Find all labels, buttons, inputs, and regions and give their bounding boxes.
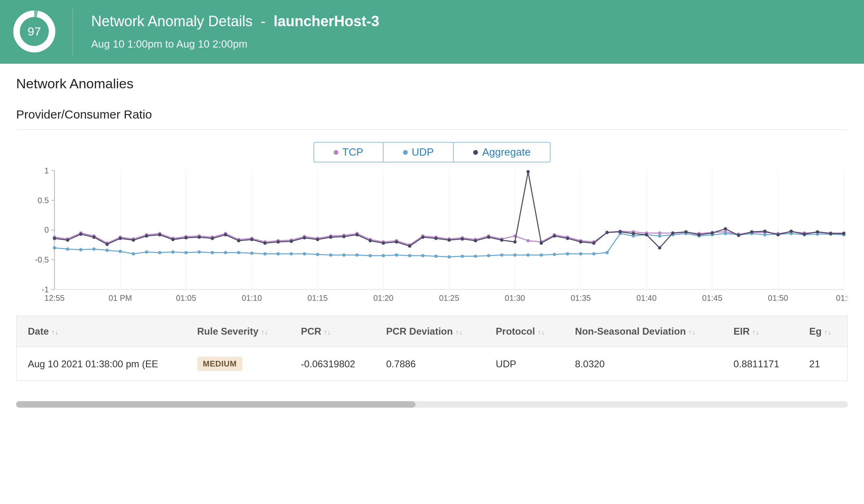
svg-point-206 <box>632 232 635 235</box>
svg-point-191 <box>434 237 438 240</box>
cell-severity: MEDIUM <box>186 347 290 381</box>
svg-text:01:45: 01:45 <box>702 294 722 302</box>
cell-nonseasonal: 8.0320 <box>564 347 722 381</box>
svg-point-114 <box>224 251 227 254</box>
svg-point-155 <box>763 233 766 236</box>
cell-pcr: -0.06319802 <box>290 347 375 381</box>
svg-point-138 <box>540 253 543 256</box>
sort-icon: ↑↓ <box>824 328 831 336</box>
svg-point-220 <box>816 230 819 233</box>
svg-point-101 <box>53 246 56 250</box>
score-value: 97 <box>12 9 56 54</box>
svg-point-217 <box>776 233 780 236</box>
svg-point-142 <box>592 252 595 256</box>
svg-point-132 <box>461 254 464 258</box>
svg-text:01:10: 01:10 <box>242 294 262 302</box>
svg-point-126 <box>382 254 385 257</box>
svg-point-195 <box>487 235 490 239</box>
anomaly-table-wrap[interactable]: Date↑↓Rule Severity↑↓PCR↑↓PCR Deviation↑… <box>16 316 848 381</box>
svg-point-105 <box>106 249 109 252</box>
svg-point-180 <box>290 240 293 243</box>
svg-text:01:5: 01:5 <box>836 294 848 302</box>
cell-eg: 21 <box>798 347 847 381</box>
svg-point-172 <box>184 236 188 240</box>
svg-point-127 <box>395 253 398 256</box>
svg-point-205 <box>619 230 622 233</box>
svg-point-164 <box>79 233 82 236</box>
col-pcr[interactable]: PCR↑↓ <box>290 316 375 347</box>
svg-point-215 <box>750 230 753 233</box>
svg-point-104 <box>92 248 96 251</box>
svg-point-187 <box>382 242 385 245</box>
svg-point-198 <box>526 170 530 173</box>
svg-point-130 <box>434 254 438 258</box>
svg-point-175 <box>224 233 227 236</box>
sort-icon: ↑↓ <box>752 328 760 336</box>
svg-text:01:15: 01:15 <box>307 294 328 302</box>
col-pcr-deviation[interactable]: PCR Deviation↑↓ <box>375 316 484 347</box>
svg-text:01:05: 01:05 <box>176 294 196 302</box>
svg-point-110 <box>171 250 175 254</box>
svg-point-189 <box>408 244 411 248</box>
anomaly-table-body: Aug 10 2021 01:38:00 pm (EEMEDIUM-0.0631… <box>17 347 847 381</box>
legend-tcp[interactable]: TCP <box>314 143 384 162</box>
col-protocol[interactable]: Protocol↑↓ <box>484 316 563 347</box>
svg-point-170 <box>158 233 161 236</box>
svg-point-165 <box>92 235 96 239</box>
svg-point-201 <box>566 237 569 240</box>
legend-dot-tcp <box>334 150 338 155</box>
svg-point-216 <box>763 229 766 233</box>
legend-udp[interactable]: UDP <box>384 143 454 162</box>
sort-icon: ↑↓ <box>261 328 268 336</box>
legend-dot-aggregate <box>473 150 478 155</box>
sort-icon: ↑↓ <box>51 328 58 336</box>
svg-point-207 <box>645 233 648 236</box>
svg-point-192 <box>448 239 451 242</box>
col-rule-severity[interactable]: Rule Severity↑↓ <box>186 316 290 347</box>
svg-point-152 <box>724 232 727 235</box>
sort-icon: ↑↓ <box>537 328 545 336</box>
svg-point-194 <box>474 239 477 242</box>
anomaly-table-header: Date↑↓Rule Severity↑↓PCR↑↓PCR Deviation↑… <box>17 316 847 347</box>
svg-point-120 <box>303 252 306 256</box>
svg-point-174 <box>211 237 214 240</box>
svg-point-214 <box>737 234 740 237</box>
svg-point-118 <box>277 252 280 256</box>
col-eg[interactable]: Eg↑↓ <box>798 316 847 347</box>
svg-point-169 <box>145 234 148 237</box>
svg-point-186 <box>369 239 372 242</box>
svg-text:01:35: 01:35 <box>571 294 591 302</box>
svg-point-116 <box>250 252 253 255</box>
legend-aggregate[interactable]: Aggregate <box>454 143 550 162</box>
svg-point-178 <box>263 242 267 245</box>
svg-point-171 <box>171 238 175 241</box>
svg-point-185 <box>355 233 359 236</box>
col-non-seasonal-deviation[interactable]: Non-Seasonal Deviation↑↓ <box>564 316 722 347</box>
page-title-prefix: Network Anomaly Details <box>91 13 253 29</box>
svg-point-177 <box>250 238 253 241</box>
svg-point-141 <box>579 252 582 256</box>
svg-point-112 <box>198 250 201 254</box>
svg-point-125 <box>369 254 372 257</box>
chart-legend: TCP UDP Aggregate <box>16 142 848 162</box>
svg-point-111 <box>184 251 188 254</box>
pcr-chart[interactable]: -1-0.500.5112:5501 PM01:0501:1001:1501:2… <box>16 167 848 308</box>
svg-point-199 <box>540 242 543 245</box>
horizontal-scrollbar[interactable] <box>16 401 848 408</box>
svg-point-121 <box>316 253 319 256</box>
svg-point-134 <box>487 254 490 257</box>
svg-point-212 <box>711 231 714 235</box>
table-row[interactable]: Aug 10 2021 01:38:00 pm (EEMEDIUM-0.0631… <box>17 347 847 381</box>
svg-point-218 <box>790 229 793 233</box>
svg-point-147 <box>658 234 661 237</box>
svg-point-179 <box>277 240 280 244</box>
svg-point-76 <box>526 239 530 242</box>
svg-point-123 <box>342 253 346 256</box>
svg-point-200 <box>553 234 556 237</box>
svg-text:01 PM: 01 PM <box>109 294 132 302</box>
svg-point-203 <box>592 242 595 245</box>
col-eir[interactable]: EIR↑↓ <box>722 316 798 347</box>
col-date[interactable]: Date↑↓ <box>17 316 186 347</box>
scrollbar-thumb[interactable] <box>16 401 415 408</box>
header-divider <box>73 7 73 56</box>
